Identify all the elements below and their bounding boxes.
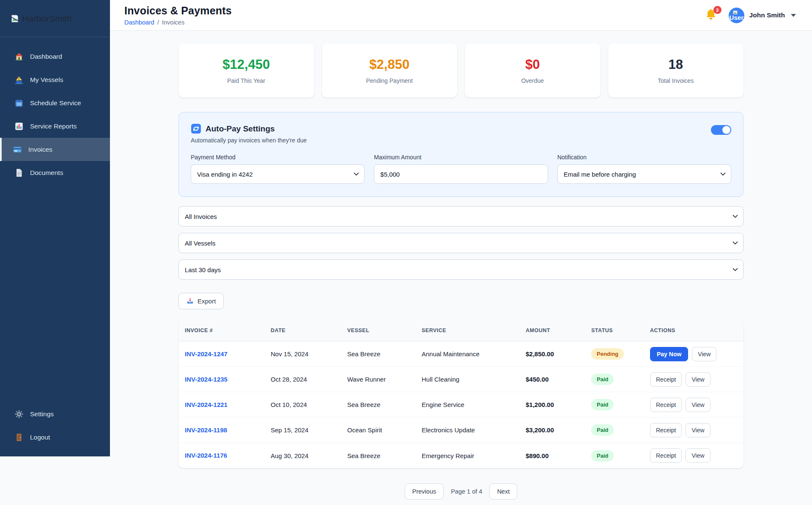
receipt-button[interactable]: Receipt bbox=[650, 423, 682, 437]
topbar: Invoices & Payments Dashboard/Invoices 3… bbox=[110, 0, 812, 31]
view-button[interactable]: View bbox=[686, 423, 710, 437]
breadcrumb-dashboard-link[interactable]: Dashboard bbox=[124, 19, 154, 26]
amount-cell: $1,200.00 bbox=[526, 401, 591, 408]
document-icon bbox=[14, 168, 24, 177]
breadcrumb: Dashboard/Invoices bbox=[124, 19, 232, 26]
sidebar-item-label: My Vessels bbox=[30, 76, 63, 84]
table-row: INV-2024-1176 Aug 30, 2024 Sea Breeze Em… bbox=[178, 443, 743, 468]
column-header-service: SERVICE bbox=[422, 328, 526, 333]
stat-label: Total Invoices bbox=[658, 77, 694, 84]
maximum-amount-label: Maximum Amount bbox=[374, 154, 548, 161]
gear-icon bbox=[14, 409, 24, 419]
date-range-select[interactable]: Last 30 days bbox=[178, 259, 743, 280]
sidebar-item-label: Logout bbox=[30, 434, 50, 441]
invoice-link[interactable]: INV-2024-1247 bbox=[185, 350, 228, 358]
stat-card-overdue: $0 Overdue bbox=[465, 44, 601, 98]
door-icon bbox=[14, 433, 24, 442]
invoice-link[interactable]: INV-2024-1221 bbox=[185, 401, 228, 408]
view-button[interactable]: View bbox=[686, 398, 710, 412]
page-heading: Invoices & Payments Dashboard/Invoices bbox=[124, 5, 232, 26]
house-icon bbox=[14, 52, 24, 61]
stat-value: $0 bbox=[525, 57, 540, 72]
notification-label: Notification bbox=[557, 154, 731, 161]
vessel-select[interactable]: All Vessels bbox=[178, 233, 743, 253]
avatar: User bbox=[729, 8, 744, 23]
stat-card-paid-this-year: $12,450 Paid This Year bbox=[178, 44, 314, 98]
sidebar-item-service-reports[interactable]: Service Reports bbox=[0, 115, 110, 138]
sidebar-item-invoices[interactable]: Invoices bbox=[0, 138, 110, 161]
breadcrumb-current: Invoices bbox=[162, 19, 184, 26]
status-badge: Paid bbox=[591, 424, 614, 436]
receipt-button[interactable]: Receipt bbox=[650, 398, 682, 412]
payment-method-label: Payment Method bbox=[191, 154, 365, 161]
stat-label: Pending Payment bbox=[366, 77, 413, 84]
page-title: Invoices & Payments bbox=[124, 5, 232, 17]
service-cell: Annual Maintenance bbox=[422, 350, 526, 358]
view-button[interactable]: View bbox=[686, 448, 710, 463]
sidebar-item-label: Documents bbox=[30, 169, 63, 177]
date-cell: Oct 28, 2024 bbox=[271, 376, 347, 383]
broken-image-icon bbox=[10, 14, 19, 23]
sidebar-item-documents[interactable]: Documents bbox=[0, 161, 110, 184]
page-status: Page 1 of 4 bbox=[451, 488, 482, 495]
view-button[interactable]: View bbox=[686, 372, 710, 387]
vessel-cell: Sea Breeze bbox=[347, 401, 422, 408]
previous-page-button[interactable]: Previous bbox=[405, 483, 444, 500]
notification-count-badge: 3 bbox=[713, 6, 721, 14]
invoice-link[interactable]: INV-2024-1176 bbox=[185, 452, 227, 459]
autopay-subtitle: Automatically pay invoices when they're … bbox=[191, 137, 307, 144]
date-cell: Nov 15, 2024 bbox=[271, 350, 347, 358]
vessel-cell: Wave Runner bbox=[347, 376, 422, 383]
bar-chart-icon bbox=[14, 122, 24, 131]
stats-grid: $12,450 Paid This Year $2,850 Pending Pa… bbox=[178, 44, 743, 98]
user-name: John Smith bbox=[749, 11, 785, 19]
view-button[interactable]: View bbox=[692, 347, 716, 361]
vessel-cell: Sea Breeze bbox=[347, 350, 422, 358]
invoice-link[interactable]: INV-2024-1235 bbox=[185, 376, 228, 383]
maximum-amount-field: Maximum Amount bbox=[374, 154, 548, 184]
sidebar-item-settings[interactable]: Settings bbox=[0, 402, 110, 426]
notification-select[interactable]: Email me before charging bbox=[557, 164, 731, 184]
invoice-link[interactable]: INV-2024-1198 bbox=[185, 426, 227, 434]
pay-now-button[interactable]: Pay Now bbox=[650, 347, 688, 361]
caret-down-icon bbox=[791, 14, 796, 17]
sidebar-item-dashboard[interactable]: Dashboard bbox=[0, 45, 110, 68]
table-header-row: INVOICE # DATE VESSEL SERVICE AMOUNT STA… bbox=[178, 319, 743, 341]
breadcrumb-separator: / bbox=[157, 19, 159, 26]
export-button[interactable]: Export bbox=[178, 293, 224, 309]
status-badge: Paid bbox=[591, 399, 614, 410]
autopay-toggle[interactable] bbox=[711, 125, 731, 135]
maximum-amount-input[interactable] bbox=[374, 164, 548, 184]
filters: All Invoices All Vessels Last 30 days Ex… bbox=[178, 206, 743, 319]
notifications-button[interactable]: 3 bbox=[704, 8, 719, 23]
next-page-button[interactable]: Next bbox=[489, 483, 517, 500]
credit-card-icon bbox=[13, 145, 22, 154]
sidebar-item-logout[interactable]: Logout bbox=[0, 426, 110, 449]
vessel-filter: All Vessels bbox=[178, 233, 743, 253]
topbar-right: 3 User John Smith bbox=[704, 8, 796, 23]
sidebar-footer: Settings Logout bbox=[0, 402, 110, 449]
column-header-date: DATE bbox=[271, 328, 347, 333]
user-menu[interactable]: User John Smith bbox=[729, 8, 796, 23]
sidebar-item-label: Service Reports bbox=[30, 123, 77, 130]
service-cell: Hull Cleaning bbox=[422, 376, 526, 383]
service-cell: Engine Service bbox=[422, 401, 526, 408]
amount-cell: $2,850.00 bbox=[526, 350, 591, 358]
sidebar-item-label: Invoices bbox=[28, 146, 52, 153]
sidebar: HarborSmith Dashboard My Vessels Schedul… bbox=[0, 0, 110, 456]
table-row: INV-2024-1198 Sep 15, 2024 Ocean Spirit … bbox=[178, 418, 743, 443]
avatar-alt-text: User bbox=[730, 14, 743, 21]
status-badge: Pending bbox=[591, 348, 624, 360]
sidebar-item-my-vessels[interactable]: My Vessels bbox=[0, 68, 110, 91]
stat-label: Paid This Year bbox=[227, 77, 265, 84]
receipt-button[interactable]: Receipt bbox=[650, 372, 682, 387]
stat-value: $2,850 bbox=[369, 57, 409, 72]
receipt-button[interactable]: Receipt bbox=[650, 448, 682, 463]
sidebar-item-schedule-service[interactable]: Schedule Service bbox=[0, 91, 110, 115]
payment-method-select[interactable]: Visa ending in 4242 bbox=[191, 164, 365, 184]
logo-alt-text: HarborSmith bbox=[22, 14, 72, 24]
amount-cell: $3,200.00 bbox=[526, 426, 591, 434]
invoice-status-select[interactable]: All Invoices bbox=[178, 206, 743, 227]
stat-card-pending-payment: $2,850 Pending Payment bbox=[322, 44, 458, 98]
column-header-vessel: VESSEL bbox=[347, 328, 422, 333]
